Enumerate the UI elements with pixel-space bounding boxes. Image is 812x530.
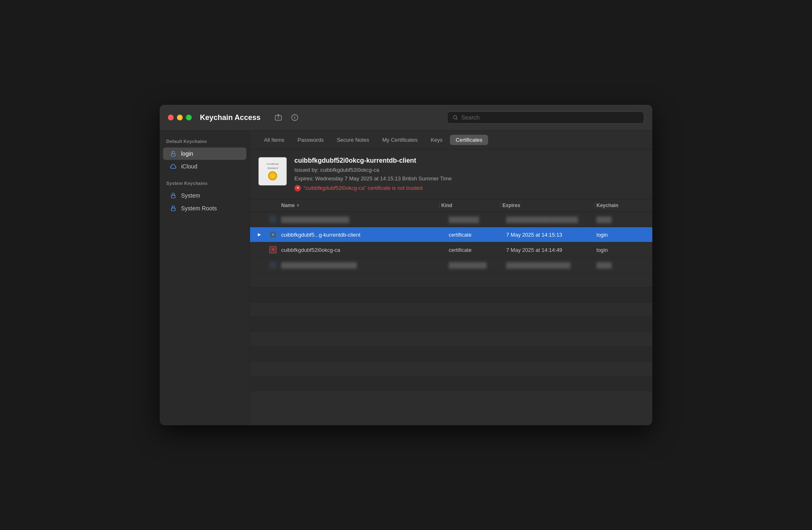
row1-name: cuibbfkgdubf5...g-kurrentdb-client — [281, 232, 360, 238]
tab-passwords[interactable]: Passwords — [292, 135, 330, 145]
app-title: Keychain Access — [200, 113, 260, 122]
cert-preview: CertificateStandard cuibbfkgdubf52i0okcg… — [250, 150, 652, 199]
cell-name: ██████████████████ — [281, 217, 349, 223]
row2-icon-cell — [269, 246, 281, 254]
cert-issued-by: Issued by: cuibbfkgdubf52i0okcg-ca — [294, 166, 644, 175]
cell-kind: ████████ — [449, 217, 479, 223]
row2-name: cuibbfkgdubf52i0okcg-ca — [281, 247, 340, 253]
search-input[interactable] — [461, 114, 639, 121]
row1-kind: certificate — [449, 232, 472, 238]
row2-keychain: login — [596, 247, 608, 253]
col-name-header: Name ∨ — [281, 203, 438, 208]
cert-bad-icon — [269, 246, 277, 254]
maximize-button[interactable] — [186, 115, 192, 120]
row2-kind-cell: certificate — [449, 246, 506, 253]
cert-type-icon — [269, 215, 277, 224]
col-divider-1 — [439, 203, 440, 208]
content-area: All Items Passwords Secure Notes My Cert… — [250, 131, 652, 425]
cert-image-label: CertificateStandard — [266, 162, 279, 170]
row2-expires-cell: 7 May 2025 at 14:14:49 — [506, 246, 596, 253]
svg-line-4 — [456, 119, 458, 120]
stripe-8 — [250, 376, 652, 391]
table-row-2[interactable]: cuibbfkgdubf52i0okcg-ca certificate 7 Ma… — [250, 242, 652, 258]
col-keychain-header: Keychain — [596, 203, 646, 208]
sidebar: Default Keychains login — [160, 131, 250, 425]
th-name-label: Name — [281, 203, 295, 208]
row1-keychain-cell: login — [596, 231, 646, 238]
stripe-1 — [250, 273, 652, 288]
row2-kind: certificate — [449, 247, 472, 253]
col-expires-header: Expires — [502, 203, 593, 208]
stripe-3 — [250, 302, 652, 317]
cell-expires-3: █████████████████ — [506, 262, 571, 268]
table-row-3: ████████████████████ ██████████ ████████… — [250, 258, 652, 273]
close-button[interactable] — [168, 115, 174, 120]
cert-expires-value: Wednesday 7 May 2025 at 14:15:13 British… — [315, 175, 452, 182]
lock-shield-icon — [170, 205, 177, 212]
row1-expires-cell: 7 May 2025 at 14:15:13 — [506, 231, 596, 238]
col-divider-2 — [500, 203, 501, 208]
svg-rect-6 — [171, 195, 175, 198]
th-kind[interactable]: Kind — [441, 203, 499, 208]
cell-expires: ███████████████████ — [506, 217, 578, 223]
stripe-7 — [250, 362, 652, 376]
svg-rect-5 — [171, 153, 175, 156]
row1-keychain: login — [596, 232, 608, 238]
system-keychains-label: System Keychains — [160, 181, 250, 189]
sidebar-item-login[interactable]: login — [163, 147, 246, 160]
row1-icon-cell — [269, 230, 281, 239]
titlebar: Keychain Access — [160, 105, 652, 131]
stripe-4 — [250, 317, 652, 332]
sidebar-item-login-label: login — [181, 150, 193, 157]
expand-chevron-icon: ▶ — [257, 232, 262, 237]
lock-open-icon — [170, 150, 177, 157]
warning-icon — [294, 185, 301, 191]
cert-expires: Expires: Wednesday 7 May 2025 at 14:15:1… — [294, 175, 644, 183]
cert-issued-by-label: Issued by: — [294, 167, 319, 173]
cert-warning: "cuibbfkgdubf52i0okcg-ca" certificate is… — [294, 185, 644, 191]
cert-info: cuibbfkgdubf52i0okcg-kurrentdb-client Is… — [294, 157, 644, 191]
cert-good-icon — [269, 230, 277, 239]
sidebar-item-system-label: System — [181, 192, 200, 199]
cert-title: cuibbfkgdubf52i0okcg-kurrentdb-client — [294, 157, 644, 164]
sidebar-item-system-roots-label: System Roots — [181, 205, 217, 212]
traffic-lights — [168, 115, 192, 120]
table-row-1[interactable]: ▶ cuibbfkgdubf5...g-kurrentdb-client cer… — [250, 227, 652, 242]
row1-expires: 7 May 2025 at 14:15:13 — [506, 232, 562, 238]
tab-secure-notes[interactable]: Secure Notes — [331, 135, 375, 145]
info-icon[interactable] — [290, 113, 300, 122]
stripe-2 — [250, 288, 652, 302]
tab-all-items[interactable]: All Items — [258, 135, 290, 145]
cell-name-3: ████████████████████ — [281, 262, 357, 268]
cert-expires-label: Expires: — [294, 175, 314, 182]
sort-icon: ∨ — [296, 203, 299, 207]
sidebar-item-icloud-label: iCloud — [181, 163, 197, 170]
row1-name-cell: cuibbfkgdubf5...g-kurrentdb-client — [281, 231, 449, 238]
cell-keychain-3: ████ — [596, 262, 612, 268]
tab-certificates[interactable]: Certificates — [450, 135, 488, 145]
sidebar-item-icloud[interactable]: iCloud — [163, 160, 246, 173]
minimize-button[interactable] — [177, 115, 183, 120]
svg-rect-7 — [171, 208, 175, 211]
search-bar[interactable] — [447, 111, 644, 124]
row2-name-cell: cuibbfkgdubf52i0okcg-ca — [281, 246, 449, 253]
sidebar-item-system-roots[interactable]: System Roots — [163, 202, 246, 214]
cell-kind-3: ██████████ — [449, 262, 486, 268]
th-expires[interactable]: Expires — [502, 203, 593, 208]
th-keychain[interactable]: Keychain — [596, 203, 646, 208]
share-icon[interactable] — [273, 113, 283, 122]
cert-image: CertificateStandard — [258, 157, 287, 186]
titlebar-icons — [273, 113, 300, 122]
system-keychains-section: System Keychains System — [160, 181, 250, 214]
lock-icon — [170, 192, 177, 199]
tab-bar: All Items Passwords Secure Notes My Cert… — [250, 131, 652, 150]
tab-keys[interactable]: Keys — [425, 135, 448, 145]
row1-expand: ▶ — [257, 232, 269, 237]
th-name[interactable]: Name ∨ — [281, 203, 438, 208]
stripe-5 — [250, 332, 652, 347]
tab-my-certificates[interactable]: My Certificates — [376, 135, 423, 145]
row1-kind-cell: certificate — [449, 231, 506, 238]
sidebar-item-system[interactable]: System — [163, 189, 246, 202]
titlebar-content: Keychain Access — [200, 111, 644, 124]
col-divider-3 — [594, 203, 595, 208]
